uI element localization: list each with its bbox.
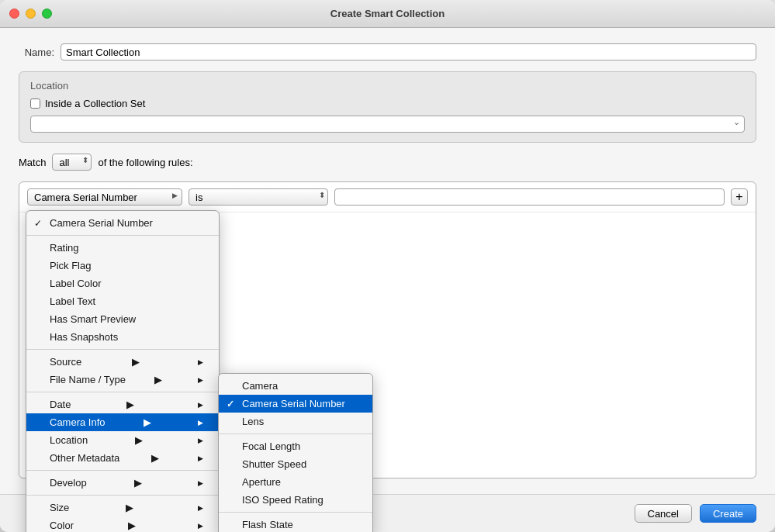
close-button[interactable] xyxy=(9,9,19,19)
rules-area: Camera Serial Number is is not contains … xyxy=(19,181,756,478)
name-label: Name: xyxy=(19,47,54,58)
menu-item-develop[interactable]: Develop ▶ xyxy=(26,474,219,492)
menu-item-has-smart-preview[interactable]: Has Smart Preview xyxy=(26,310,219,328)
inside-collection-checkbox[interactable] xyxy=(30,98,40,109)
match-suffix: of the following rules: xyxy=(98,157,192,168)
submenu-focal-length[interactable]: Focal Length xyxy=(219,437,372,455)
dialog-window: Create Smart Collection Name: Location I… xyxy=(0,0,775,532)
menu-item-other-metadata[interactable]: Other Metadata ▶ xyxy=(26,449,219,467)
submenu-camera[interactable]: Camera xyxy=(219,377,372,395)
menu-item-location[interactable]: Location ▶ xyxy=(26,431,219,449)
menu-item-date[interactable]: Date ▶ xyxy=(26,396,219,413)
create-button[interactable]: Create xyxy=(700,504,756,523)
add-rule-button[interactable]: + xyxy=(731,188,748,206)
menu-separator-4 xyxy=(26,470,219,471)
submenu-arrow-location: ▶ xyxy=(135,434,143,446)
submenu-separator-1 xyxy=(219,434,372,434)
submenu-arrow-camera-info: ▶ xyxy=(144,416,151,428)
maximize-button[interactable] xyxy=(42,9,52,19)
menu-item-has-snapshots[interactable]: Has Snapshots xyxy=(26,328,219,346)
submenu-arrow-date: ▶ xyxy=(126,399,134,410)
location-label: Location xyxy=(30,80,745,92)
main-dropdown-menu: Camera Serial Number Rating Pick Flag La… xyxy=(26,210,220,532)
match-label: Match xyxy=(19,157,46,168)
value-input[interactable] xyxy=(334,188,725,206)
name-input[interactable] xyxy=(61,43,756,60)
match-select[interactable]: all any xyxy=(52,154,92,171)
menu-item-source[interactable]: Source ▶ xyxy=(26,353,219,371)
submenu-camera-serial-number[interactable]: ✓ Camera Serial Number xyxy=(219,395,372,413)
menu-item-camera-info[interactable]: Camera Info ▶ xyxy=(26,413,219,431)
menu-item-size[interactable]: Size ▶ xyxy=(26,499,219,516)
name-row: Name: xyxy=(19,43,756,60)
inside-collection-label: Inside a Collection Set xyxy=(45,98,145,109)
menu-item-label-text[interactable]: Label Text xyxy=(26,292,219,310)
submenu-flash-state[interactable]: Flash State xyxy=(219,516,372,532)
operator-wrapper: is is not contains xyxy=(189,188,328,206)
minimize-button[interactable] xyxy=(26,9,36,19)
criterion-button[interactable]: Camera Serial Number xyxy=(27,188,182,206)
collection-select[interactable] xyxy=(30,116,745,133)
collection-select-wrapper xyxy=(30,116,745,133)
traffic-lights xyxy=(9,9,52,19)
location-section: Location Inside a Collection Set xyxy=(19,71,756,143)
menu-separator-3 xyxy=(26,392,219,392)
menu-item-label-color[interactable]: Label Color xyxy=(26,275,219,292)
menu-item-color[interactable]: Color ▶ xyxy=(26,516,219,532)
menu-separator-2 xyxy=(26,349,219,350)
submenu-arrow-color: ▶ xyxy=(128,520,136,531)
match-row: Match all any of the following rules: xyxy=(19,154,756,171)
menu-item-pick-flag[interactable]: Pick Flag xyxy=(26,257,219,275)
submenu-aperture[interactable]: Aperture xyxy=(219,473,372,491)
window-title: Create Smart Collection xyxy=(330,8,445,19)
criterion-wrapper: Camera Serial Number xyxy=(27,188,182,206)
submenu-arrow-size: ▶ xyxy=(126,502,133,513)
menu-item-rating[interactable]: Rating xyxy=(26,239,219,257)
camera-info-submenu: Camera ✓ Camera Serial Number Lens Focal… xyxy=(218,373,373,532)
menu-item-camera-serial-number[interactable]: Camera Serial Number xyxy=(26,214,219,232)
operator-select[interactable]: is is not contains xyxy=(189,188,328,206)
titlebar: Create Smart Collection xyxy=(0,0,775,28)
submenu-arrow-file-name: ▶ xyxy=(154,374,162,385)
match-select-wrapper: all any xyxy=(52,154,92,171)
inside-collection-row: Inside a Collection Set xyxy=(30,98,745,109)
submenu-lens[interactable]: Lens xyxy=(219,413,372,430)
submenu-arrow-develop: ▶ xyxy=(134,477,142,489)
submenu-separator-2 xyxy=(219,512,372,513)
submenu-arrow-other-metadata: ▶ xyxy=(151,452,159,464)
cancel-button[interactable]: Cancel xyxy=(635,504,692,523)
menu-item-file-name-type[interactable]: File Name / Type ▶ xyxy=(26,371,219,389)
submenu-iso-speed-rating[interactable]: ISO Speed Rating xyxy=(219,491,372,509)
rule-row: Camera Serial Number is is not contains … xyxy=(19,182,756,212)
submenu-arrow-source: ▶ xyxy=(132,356,140,368)
submenu-shutter-speed[interactable]: Shutter Speed xyxy=(219,455,372,473)
dialog-content: Name: Location Inside a Collection Set M… xyxy=(0,28,775,494)
menu-separator-1 xyxy=(26,235,219,236)
menu-separator-5 xyxy=(26,495,219,496)
